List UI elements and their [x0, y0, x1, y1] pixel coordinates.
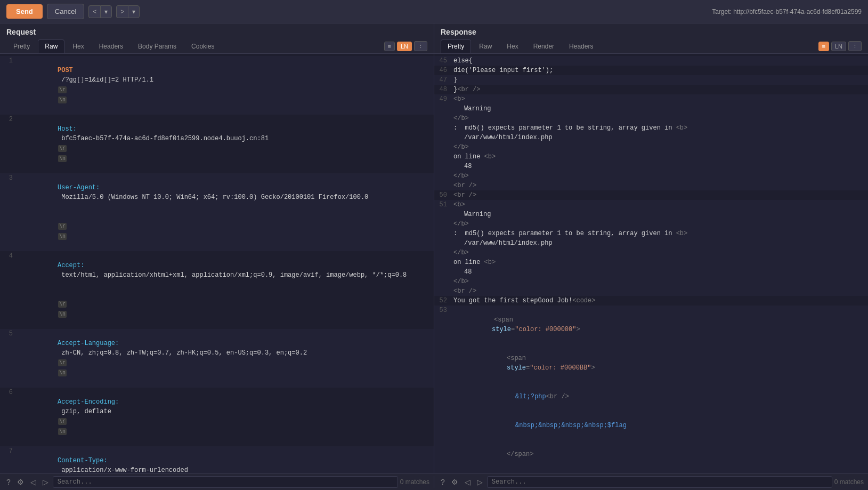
lf-icon: \n [58, 155, 67, 162]
request-tab-icons: ≡ LN ⋮ [384, 41, 427, 53]
table-row: <br /> [434, 286, 868, 296]
request-search-input[interactable] [53, 476, 398, 488]
request-matches-label: 0 matches [400, 478, 429, 486]
table-row: Warning [434, 210, 868, 219]
table-row: : md5() expects parameter 1 to be string… [434, 123, 868, 133]
nav-fwd-group: > ▾ [116, 5, 140, 18]
tab-response-headers[interactable]: Headers [562, 39, 600, 53]
table-row: Warning [434, 104, 868, 114]
table-row: </b> [434, 142, 868, 152]
cancel-button[interactable]: Cancel [47, 4, 84, 19]
table-row: </b> [434, 171, 868, 181]
response-bottom: ? ⚙ ◁ ▷ 0 matches [434, 476, 868, 488]
table-row: \r \n [0, 212, 434, 251]
table-row: </span> [434, 440, 868, 469]
tab-response-render[interactable]: Render [526, 39, 561, 53]
table-row: on line <b> [434, 258, 868, 267]
top-bar: Send Cancel < ▾ > ▾ Target: http://bfc5f… [0, 0, 868, 23]
request-bottom: ? ⚙ ◁ ▷ 0 matches [0, 476, 434, 488]
table-row: /var/www/html/index.php [434, 238, 868, 248]
table-row: 5 Accept-Language: zh-CN, zh;q=0.8, zh-T… [0, 329, 434, 388]
table-row: <span style="color: #0000BB"> [434, 344, 868, 382]
nav-fwd-dropdown[interactable]: ▾ [128, 5, 140, 18]
crlf-icon: \r [58, 418, 67, 425]
request-icon-ln[interactable]: LN [397, 42, 412, 51]
table-row: 51 <b> [434, 200, 868, 210]
table-row: 53 <span style="color: #000000"> [434, 306, 868, 344]
table-row: \r \n [0, 290, 434, 329]
table-row: <span style="color: #007700"> [434, 469, 868, 473]
table-row: 46 die('Please input first'); [434, 66, 868, 75]
table-row: 52 You got the first stepGood Job!<code> [434, 296, 868, 306]
crlf-icon: \r [58, 145, 67, 152]
table-row: 3 User-Agent: Mozilla/5.0 (Windows NT 10… [0, 173, 434, 212]
bottom-bar: ? ⚙ ◁ ▷ 0 matches ? ⚙ ◁ ▷ 0 matches [0, 473, 868, 490]
crlf-icon: \r [58, 86, 67, 93]
table-row: 4 Accept: text/html, application/xhtml+x… [0, 251, 434, 290]
response-icon-list[interactable]: ≡ [818, 42, 829, 51]
nav-fwd-button[interactable]: > [116, 5, 128, 18]
request-help-button[interactable]: ? [4, 477, 13, 487]
nav-back-group: < ▾ [88, 5, 112, 18]
response-icon-ln[interactable]: LN [831, 42, 846, 51]
request-settings-button[interactable]: ⚙ [15, 477, 26, 487]
tab-response-pretty[interactable]: Pretty [441, 39, 471, 53]
nav-back-button[interactable]: < [88, 5, 100, 18]
response-panel: Response Pretty Raw Hex Render Headers ≡… [434, 23, 868, 473]
request-icon-menu[interactable]: ⋮ [414, 41, 427, 51]
response-matches-label: 0 matches [834, 478, 864, 486]
table-row: /var/www/html/index.php [434, 133, 868, 142]
request-nav-fwd-button[interactable]: ▷ [40, 477, 51, 487]
nav-back-dropdown[interactable]: ▾ [100, 5, 112, 18]
request-panel: Request Pretty Raw Hex Headers Body Para… [0, 23, 434, 473]
tab-request-hex[interactable]: Hex [66, 39, 91, 53]
tab-response-raw[interactable]: Raw [472, 39, 499, 53]
tab-response-hex[interactable]: Hex [500, 39, 525, 53]
request-tabs: Pretty Raw Hex Headers Body Params Cooki… [6, 39, 427, 53]
lf-icon: \n [58, 369, 67, 376]
tab-request-raw[interactable]: Raw [38, 39, 64, 53]
table-row: 2 Host: bfc5faec-b57f-474a-ac6d-fd8ef01a… [0, 115, 434, 173]
send-button[interactable]: Send [6, 4, 43, 19]
table-row: : md5() expects parameter 1 to be string… [434, 229, 868, 238]
lf-icon: \n [58, 428, 67, 435]
response-tabs: Pretty Raw Hex Render Headers ≡ LN ⋮ [441, 39, 862, 53]
crlf-icon: \r [58, 223, 67, 230]
response-icon-menu[interactable]: ⋮ [848, 41, 862, 51]
table-row: </b> [434, 277, 868, 286]
request-nav-back-button[interactable]: ◁ [28, 477, 38, 487]
response-nav-back-button[interactable]: ◁ [463, 477, 473, 487]
table-row: </b> [434, 114, 868, 123]
table-row: 50 <br /> [434, 190, 868, 200]
request-content[interactable]: 1 POST /?gg[]=1&id[]=2 HTTP/1.1 \r \n 2 … [0, 54, 434, 473]
lf-icon: \n [58, 311, 67, 318]
response-content[interactable]: 45 else{ 46 die('Please input first'); 4… [434, 54, 868, 473]
table-row: &lt;?php<br /> [434, 382, 868, 411]
tab-request-headers[interactable]: Headers [92, 39, 130, 53]
tab-request-bodyparams[interactable]: Body Params [131, 39, 183, 53]
request-title: Request [6, 28, 427, 36]
tab-request-cookies[interactable]: Cookies [184, 39, 221, 53]
table-row: 48 [434, 267, 868, 277]
table-row: 1 POST /?gg[]=1&id[]=2 HTTP/1.1 \r \n [0, 56, 434, 115]
request-icon-list[interactable]: ≡ [384, 42, 395, 51]
lf-icon: \n [58, 97, 67, 103]
main-content: Request Pretty Raw Hex Headers Body Para… [0, 23, 868, 473]
crlf-icon: \r [58, 359, 67, 366]
table-row: 6 Accept-Encoding: gzip, deflate \r \n [0, 388, 434, 446]
table-row: 49 <b> [434, 94, 868, 104]
table-row: 48 [434, 162, 868, 171]
table-row: 45 else{ [434, 56, 868, 66]
table-row: on line <b> [434, 152, 868, 162]
response-help-button[interactable]: ? [439, 477, 447, 487]
crlf-icon: \r [58, 301, 67, 308]
tab-request-pretty[interactable]: Pretty [6, 39, 37, 53]
table-row: </b> [434, 248, 868, 258]
response-search-input[interactable] [487, 476, 832, 488]
request-header: Request Pretty Raw Hex Headers Body Para… [0, 23, 434, 54]
response-settings-button[interactable]: ⚙ [449, 477, 460, 487]
table-row: 48 }<br /> [434, 85, 868, 94]
response-tab-icons: ≡ LN ⋮ [818, 41, 862, 53]
response-nav-fwd-button[interactable]: ▷ [475, 477, 485, 487]
table-row: &nbsp;&nbsp;&nbsp;&nbsp;$flag [434, 411, 868, 440]
